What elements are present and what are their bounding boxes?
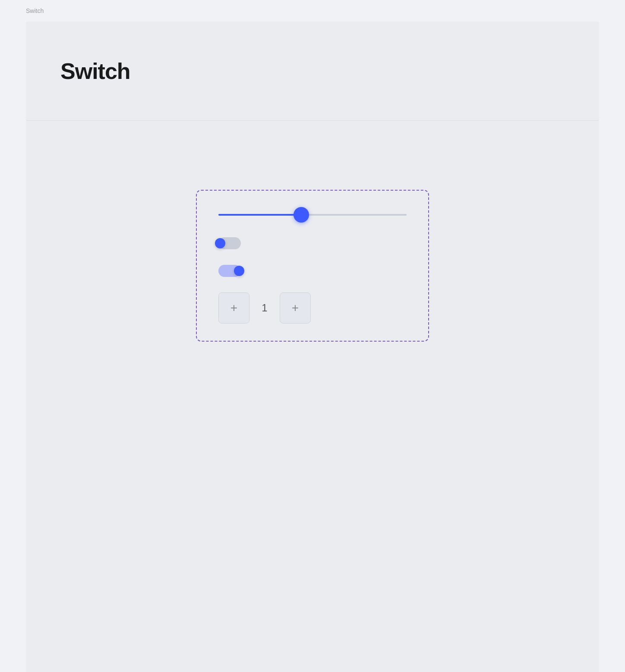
slider-thumb[interactable] <box>294 207 309 223</box>
toggle1[interactable] <box>218 237 241 249</box>
counter-value: 1 <box>258 302 271 314</box>
slider-track <box>218 214 407 216</box>
toggle1-row <box>218 237 407 249</box>
toggle1-thumb <box>215 238 225 248</box>
counter-row: + 1 + <box>218 292 407 323</box>
toggle2-thumb <box>234 266 244 276</box>
content-section: + 1 + <box>26 121 599 672</box>
breadcrumb-bar: Switch <box>0 0 625 22</box>
header-section: Switch <box>26 22 599 121</box>
widget-container: + 1 + <box>196 190 429 342</box>
increment-button[interactable]: + <box>280 292 311 323</box>
page-title: Switch <box>60 58 130 84</box>
decrement-button[interactable]: + <box>218 292 249 323</box>
toggle2[interactable] <box>218 265 241 277</box>
slider-wrapper[interactable] <box>218 208 407 222</box>
toggle2-row <box>218 265 407 277</box>
slider-fill <box>218 214 301 216</box>
breadcrumb-label: Switch <box>26 7 44 14</box>
